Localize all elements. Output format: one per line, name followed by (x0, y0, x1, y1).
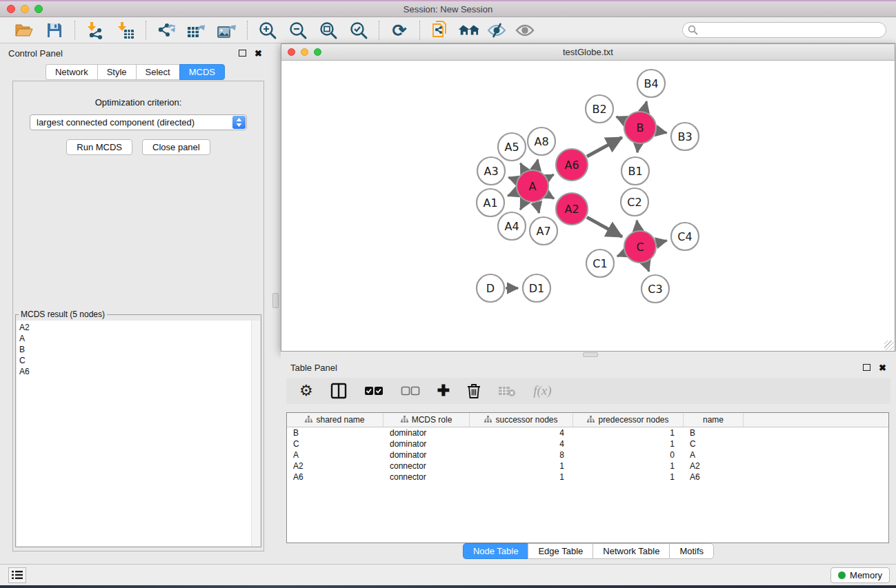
zoom-out-icon[interactable] (288, 20, 308, 41)
table-cell[interactable]: A6 (684, 472, 744, 483)
zoom-fit-icon[interactable] (318, 20, 339, 41)
column-header-MCDS-role[interactable]: MCDS role (384, 413, 470, 427)
table-cell[interactable]: A6 (287, 472, 384, 483)
table-row[interactable]: A2connector11A2 (287, 460, 888, 472)
table-tab-edge-table[interactable]: Edge Table (528, 543, 593, 559)
close-panel-button[interactable]: Close panel (142, 139, 210, 155)
table-cell[interactable]: 4 (470, 427, 573, 438)
node-table[interactable]: shared nameMCDS rolesuccessor nodesprede… (286, 412, 889, 543)
save-session-icon[interactable] (44, 20, 65, 41)
table-cell[interactable]: 8 (470, 449, 573, 460)
show-column-icon[interactable] (330, 383, 347, 399)
export-table-icon[interactable] (186, 20, 207, 41)
splitter-handle[interactable] (272, 293, 279, 308)
graph-edge-C-C3[interactable] (646, 263, 648, 272)
graph-edge-A-A6[interactable] (548, 174, 554, 178)
table-cell[interactable]: A (684, 449, 744, 460)
table-cell[interactable]: A2 (684, 460, 744, 472)
optimization-criterion-dropdown[interactable]: largest connected component (directed) (30, 114, 247, 130)
mcds-result-item[interactable]: A6 (19, 366, 251, 377)
float-panel-icon[interactable] (239, 50, 246, 57)
table-cell[interactable]: dominator (384, 449, 470, 460)
graph-edge-B-B3[interactable] (657, 131, 667, 133)
column-header-predecessor-nodes[interactable]: predecessor nodes (573, 413, 684, 427)
table-cell[interactable]: 1 (573, 438, 684, 449)
graph-edge-A2-C[interactable] (587, 217, 622, 236)
graph-edge-A-A4[interactable] (520, 201, 524, 210)
delete-table-icon[interactable] (498, 385, 516, 397)
search-input[interactable] (682, 22, 886, 38)
table-cell[interactable]: connector (384, 460, 470, 472)
open-session-icon[interactable] (14, 20, 34, 41)
table-cell[interactable]: B (287, 427, 384, 438)
window-resize-grip[interactable] (884, 341, 894, 350)
table-tab-node-table[interactable]: Node Table (463, 543, 528, 559)
table-cell[interactable]: connector (384, 472, 470, 483)
column-header-name[interactable]: name (684, 413, 744, 427)
table-settings-icon[interactable]: ⚙ (299, 383, 313, 399)
run-mcds-button[interactable]: Run MCDS (66, 139, 132, 155)
create-column-icon[interactable]: ✚ (437, 383, 450, 399)
close-panel-icon[interactable]: ✖ (879, 364, 886, 372)
unselect-all-icon[interactable] (401, 386, 420, 396)
graph-edge-A-A5[interactable] (521, 163, 525, 171)
control-panel-tab-select[interactable]: Select (136, 64, 179, 80)
graph-edge-A-A2[interactable] (548, 195, 554, 199)
graph-edge-A6-B[interactable] (587, 137, 622, 156)
graph-edge-B-B2[interactable] (617, 116, 625, 120)
function-builder-icon[interactable]: f(x) (533, 383, 551, 398)
select-all-icon[interactable] (364, 386, 384, 396)
graph-edge-B-B4[interactable] (644, 101, 646, 111)
import-network-icon[interactable] (85, 20, 106, 41)
mcds-result-list[interactable]: A2ABCA6 (17, 321, 251, 546)
graph-edge-A-A7[interactable] (537, 203, 539, 213)
graph-edge-C-C1[interactable] (617, 254, 624, 256)
export-network-icon[interactable] (156, 20, 177, 41)
table-cell[interactable]: A (287, 449, 384, 460)
table-row[interactable]: Bdominator41B (287, 427, 888, 438)
control-panel-tab-network[interactable]: Network (46, 64, 97, 80)
table-row[interactable]: Cdominator41C (287, 438, 888, 449)
memory-button[interactable]: Memory (830, 567, 890, 583)
panel-splitter-horizontal[interactable] (281, 352, 896, 358)
table-cell[interactable]: 1 (470, 460, 573, 472)
mcds-result-item[interactable]: B (19, 344, 251, 355)
import-table-icon[interactable] (115, 20, 136, 41)
table-cell[interactable]: dominator (384, 427, 470, 438)
mcds-result-item[interactable]: A (19, 333, 251, 344)
table-tab-network-table[interactable]: Network Table (593, 543, 669, 559)
close-panel-icon[interactable]: ✖ (255, 50, 262, 57)
table-row[interactable]: A6connector11A6 (287, 472, 888, 483)
network-graph-canvas[interactable]: B4B2BB3A5A8A6A3B1AA1C2A2A4A7CC4C1C3DD1 (281, 61, 895, 351)
duplicate-network-icon[interactable] (430, 20, 450, 41)
graph-edge-A-A8[interactable] (536, 159, 538, 169)
hide-selected-icon[interactable] (486, 20, 507, 41)
graph-edge-A-A1[interactable] (508, 192, 517, 196)
splitter-handle[interactable] (583, 352, 598, 357)
table-tab-motifs[interactable]: Motifs (669, 543, 714, 559)
graph-edge-C-C4[interactable] (657, 241, 666, 243)
table-row[interactable]: Adominator80A (287, 449, 888, 460)
graph-edge-A-A3[interactable] (508, 177, 516, 180)
table-cell[interactable]: 0 (573, 449, 684, 460)
show-hide-panels-icon[interactable] (458, 20, 479, 41)
table-cell[interactable]: 1 (573, 427, 684, 438)
table-cell[interactable]: B (684, 427, 744, 438)
table-cell[interactable]: 1 (573, 472, 684, 483)
table-cell[interactable]: dominator (384, 438, 470, 449)
table-cell[interactable]: 1 (573, 460, 684, 472)
mcds-result-item[interactable]: A2 (19, 322, 251, 333)
export-image-icon[interactable] (217, 20, 237, 41)
graph-edge-C-C2[interactable] (637, 221, 638, 230)
column-header-successor-nodes[interactable]: successor nodes (470, 413, 573, 427)
control-panel-tab-mcds[interactable]: MCDS (179, 64, 225, 80)
table-cell[interactable]: C (287, 438, 384, 449)
mcds-result-scrollbar[interactable] (251, 321, 260, 546)
refresh-icon[interactable]: ⟳ (389, 20, 410, 41)
network-window-titlebar[interactable]: testGlobe.txt (281, 44, 895, 61)
table-cell[interactable]: A2 (287, 460, 384, 472)
show-all-icon[interactable] (515, 20, 535, 41)
mcds-result-item[interactable]: C (19, 355, 251, 366)
graph-edge-B-B1[interactable] (637, 145, 638, 152)
table-cell[interactable]: C (684, 438, 744, 449)
